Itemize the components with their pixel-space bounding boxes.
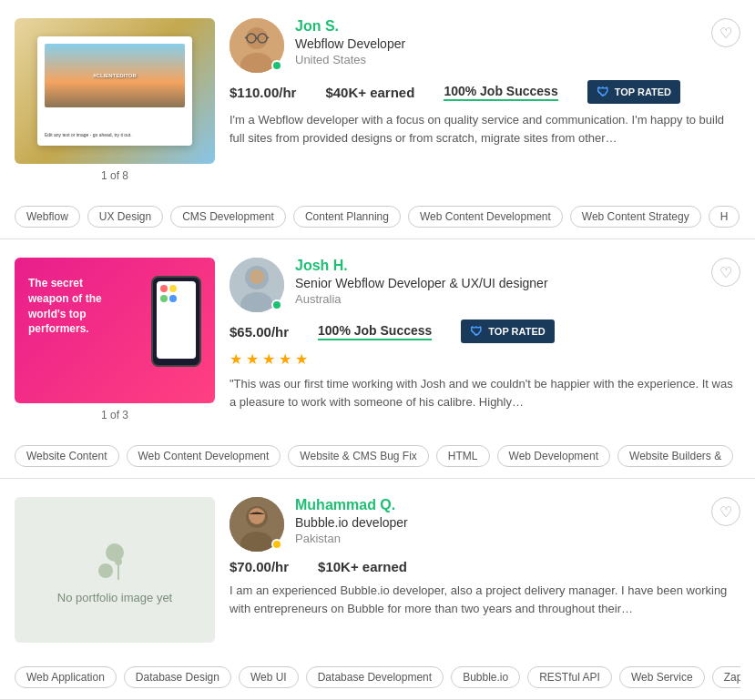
stars-row-josh: ★ ★ ★ ★ ★ [230, 350, 740, 368]
svg-point-19 [249, 508, 265, 524]
rate-metric-muhammad: $70.00/hr [230, 559, 289, 574]
earned-value-jon: $40K+ earned [325, 85, 414, 100]
job-success-value-jon: 100% Job Success [444, 84, 557, 101]
tags-row-josh: Website Content Web Content Development … [15, 434, 740, 478]
card-main-josh: The secret weapon of the world's top per… [15, 258, 740, 421]
tags-row-jon: Webflow UX Design CMS Development Conten… [15, 195, 740, 238]
dot-blue-josh [169, 295, 177, 302]
freelancer-card-jon: #CLIENTEDITOR Edit any text or image - g… [0, 0, 755, 239]
tag-bubble-io[interactable]: Bubble.io [451, 666, 520, 688]
freelancer-info-josh: Josh H. Senior Webflow Developer & UX/UI… [230, 258, 548, 312]
tag-html[interactable]: HTML [436, 445, 490, 467]
tag-website-builders[interactable]: Website Builders & [617, 445, 733, 467]
card-header-muhammad: Muhammad Q. Bubble.io developer Pakistan… [230, 497, 740, 552]
portfolio-image-jon[interactable]: #CLIENTEDITOR Edit any text or image - g… [15, 18, 215, 164]
dot-red-josh [160, 285, 168, 292]
metrics-row-josh: $65.00/hr 100% Job Success 🛡 TOP RATED [230, 320, 740, 343]
top-rated-label-jon: TOP RATED [615, 86, 671, 97]
tag-web-ui[interactable]: Web UI [239, 666, 299, 688]
svg-line-6 [245, 37, 247, 38]
earned-value-muhammad: $10K+ earned [318, 559, 407, 574]
freelancer-location-jon: United States [295, 53, 405, 66]
star-3-josh: ★ [262, 350, 275, 368]
card-header-josh: Josh H. Senior Webflow Developer & UX/UI… [230, 258, 740, 312]
tag-more-jon[interactable]: H [709, 206, 740, 228]
image-counter-josh: 1 of 3 [15, 409, 215, 421]
freelancer-title-josh: Senior Webflow Developer & UX/UI designe… [295, 276, 548, 290]
shield-icon-josh: 🛡 [470, 324, 483, 339]
freelancer-name-muhammad[interactable]: Muhammad Q. [295, 497, 408, 513]
card-content-muhammad: Muhammad Q. Bubble.io developer Pakistan… [230, 497, 740, 643]
tag-website-content[interactable]: Website Content [15, 445, 119, 467]
phone-mockup-josh [151, 276, 201, 367]
phone-row-1-josh [160, 285, 192, 292]
tag-zap[interactable]: Zap [712, 666, 740, 688]
rate-value-muhammad: $70.00/hr [230, 559, 289, 574]
freelancer-title-muhammad: Bubble.io developer [295, 515, 408, 530]
rate-value-josh: $65.00/hr [230, 324, 289, 340]
card-content-jon: Jon S. Webflow Developer United States ♡… [230, 18, 740, 182]
tag-webflow[interactable]: Webflow [15, 206, 80, 228]
job-success-jon: 100% Job Success [444, 84, 557, 101]
favorite-button-josh[interactable]: ♡ [711, 258, 740, 287]
top-rated-badge-jon: 🛡 TOP RATED [587, 80, 680, 104]
tag-ux-design[interactable]: UX Design [87, 206, 163, 228]
card-content-josh: Josh H. Senior Webflow Developer & UX/UI… [230, 258, 740, 421]
top-rated-badge-josh: 🛡 TOP RATED [461, 320, 554, 343]
portfolio-image-josh[interactable]: The secret weapon of the world's top per… [15, 258, 215, 403]
online-indicator-muhammad [271, 539, 282, 550]
freelancer-card-muhammad: No portfolio image yet [0, 479, 755, 700]
star-4-josh: ★ [279, 350, 291, 368]
tag-web-content-strategy[interactable]: Web Content Strategy [570, 206, 701, 228]
phone-row-2-josh [160, 295, 192, 302]
svg-point-15 [115, 558, 122, 565]
portfolio-text-josh: The secret weapon of the world's top per… [28, 276, 110, 337]
tag-database-development[interactable]: Database Development [306, 666, 444, 688]
avatar-wrap-jon [230, 18, 284, 73]
freelancer-name-josh[interactable]: Josh H. [295, 258, 548, 274]
favorite-button-jon[interactable]: ♡ [711, 18, 740, 47]
avatar-wrap-josh [230, 258, 284, 312]
star-5-josh: ★ [295, 350, 308, 368]
tag-database-design[interactable]: Database Design [124, 666, 231, 688]
name-text-info-muhammad: Muhammad Q. Bubble.io developer Pakistan [295, 497, 408, 545]
card-header-jon: Jon S. Webflow Developer United States ♡ [230, 18, 740, 73]
tag-web-service[interactable]: Web Service [619, 666, 705, 688]
tag-restful-api[interactable]: RESTful API [527, 666, 612, 688]
name-text-info-josh: Josh H. Senior Webflow Developer & UX/UI… [295, 258, 548, 306]
device-screen-jon: #CLIENTEDITOR [45, 44, 185, 107]
bio-text-josh: "This was our first time working with Jo… [230, 375, 740, 411]
bio-text-muhammad: I am an experienced Bubble.io developer,… [230, 582, 740, 617]
tag-cms-development[interactable]: CMS Development [170, 206, 286, 228]
svg-rect-14 [117, 563, 119, 580]
tag-website-cms-bug[interactable]: Website & CMS Bug Fix [288, 445, 428, 467]
portfolio-section-josh: The secret weapon of the world's top per… [15, 258, 215, 421]
freelancer-card-josh: The secret weapon of the world's top per… [0, 239, 755, 479]
device-overlay-jon: Edit any text or image - go ahead, try i… [45, 132, 185, 138]
rate-metric-jon: $110.00/hr [230, 85, 296, 100]
favorite-button-muhammad[interactable]: ♡ [711, 497, 740, 526]
metrics-row-jon: $110.00/hr $40K+ earned 100% Job Success… [230, 80, 740, 104]
tag-web-application[interactable]: Web Application [15, 666, 117, 688]
tag-web-development[interactable]: Web Development [497, 445, 611, 467]
freelancer-info-muhammad: Muhammad Q. Bubble.io developer Pakistan [230, 497, 408, 552]
rate-value-jon: $110.00/hr [230, 85, 296, 100]
bio-text-jon: I'm a Webflow developer with a focus on … [230, 111, 740, 147]
name-text-info-jon: Jon S. Webflow Developer United States [295, 18, 405, 66]
device-screen-text-jon: #CLIENTEDITOR [93, 73, 137, 78]
portfolio-section-muhammad: No portfolio image yet [15, 497, 215, 643]
placeholder-icon-muhammad [92, 536, 138, 582]
freelancer-name-jon[interactable]: Jon S. [295, 18, 405, 35]
earned-metric-jon: $40K+ earned [325, 85, 414, 100]
svg-point-12 [106, 543, 124, 562]
portfolio-placeholder-muhammad: No portfolio image yet [15, 497, 215, 643]
freelancer-title-jon: Webflow Developer [295, 36, 405, 51]
metrics-row-muhammad: $70.00/hr $10K+ earned [230, 559, 740, 574]
tag-content-planning[interactable]: Content Planning [293, 206, 401, 228]
placeholder-text-muhammad: No portfolio image yet [57, 591, 172, 604]
card-main-jon: #CLIENTEDITOR Edit any text or image - g… [15, 18, 740, 182]
tag-web-content-dev[interactable]: Web Content Development [127, 445, 281, 467]
svg-line-7 [267, 37, 269, 38]
svg-point-13 [98, 563, 113, 578]
tag-web-content-development[interactable]: Web Content Development [408, 206, 563, 228]
